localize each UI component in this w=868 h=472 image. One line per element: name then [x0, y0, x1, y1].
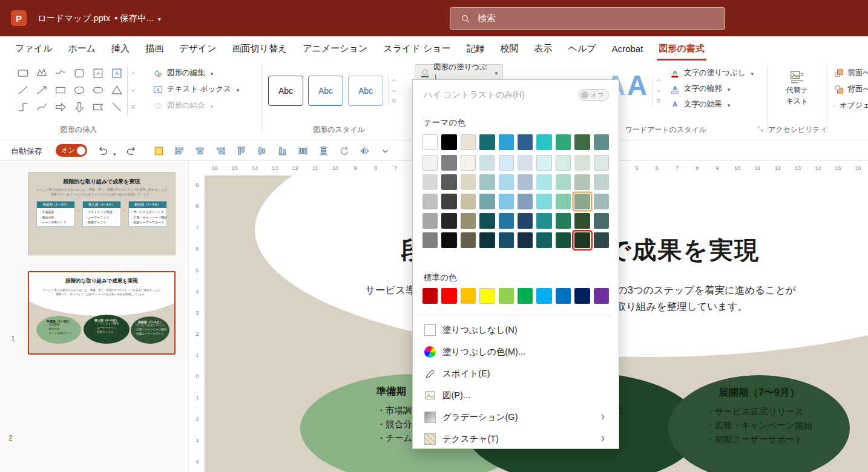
shape-style-sample-3[interactable]: Abc — [348, 76, 383, 106]
tab-描画[interactable]: 描画 — [137, 36, 171, 61]
undo-button[interactable] — [96, 143, 110, 158]
tab-アニメーション[interactable]: アニメーション — [295, 36, 375, 61]
tab-ホーム[interactable]: ホーム — [60, 36, 104, 61]
distribute-horizontal-icon[interactable] — [295, 143, 310, 158]
more-commands-icon[interactable] — [378, 143, 392, 158]
theme-color-variant-0-4[interactable] — [422, 232, 438, 248]
standard-color-1[interactable] — [441, 288, 456, 304]
shape-style-sample-2[interactable]: Abc — [308, 76, 343, 106]
align-center-icon[interactable] — [192, 143, 207, 158]
theme-color-variant-5-4[interactable] — [518, 232, 533, 248]
tab-校閲[interactable]: 校閲 — [493, 36, 527, 61]
theme-color-variant-1-4[interactable] — [441, 232, 456, 248]
tab-ヘルプ[interactable]: ヘルプ — [561, 36, 604, 61]
gallery-more-button[interactable] — [653, 96, 663, 106]
tab-挿入[interactable]: 挿入 — [104, 36, 137, 61]
theme-color-variant-0-2[interactable] — [422, 194, 438, 209]
gradient-menu-item[interactable]: グラデーション(G) — [416, 407, 615, 427]
standard-color-6[interactable] — [536, 288, 551, 304]
theme-color-variant-2-4[interactable] — [461, 232, 476, 248]
standard-color-8[interactable] — [574, 288, 590, 304]
banner-shape-icon[interactable] — [88, 99, 107, 116]
flip-horizontal-icon[interactable] — [357, 143, 372, 158]
theme-color-variant-3-4[interactable] — [479, 232, 495, 248]
rotate-icon[interactable] — [337, 143, 351, 158]
eyedropper-menu-item[interactable]: スポイト(E) — [416, 363, 615, 384]
theme-color-5[interactable] — [518, 134, 533, 150]
more-fill-colors-menu-item[interactable]: 塗りつぶしの色(M)... — [416, 341, 615, 362]
gallery-more-button[interactable] — [389, 96, 399, 106]
tab-記録[interactable]: 記録 — [459, 36, 493, 61]
theme-color-variant-1-2[interactable] — [441, 194, 456, 209]
freeform-shape-icon[interactable] — [32, 65, 51, 82]
theme-color-variant-1-0[interactable] — [441, 155, 456, 171]
gallery-scroll-up-button[interactable] — [128, 65, 138, 82]
text-effects-button[interactable]: A 文字の効果 — [669, 97, 730, 112]
theme-color-variant-7-2[interactable] — [556, 194, 571, 209]
align-bottom-icon[interactable] — [275, 143, 289, 158]
theme-color-variant-9-3[interactable] — [594, 213, 609, 229]
standard-color-5[interactable] — [518, 288, 533, 304]
standard-color-0[interactable] — [422, 288, 438, 304]
theme-color-variant-8-1[interactable] — [574, 174, 590, 190]
theme-color-variant-3-1[interactable] — [479, 174, 495, 190]
tab-表示[interactable]: 表示 — [527, 36, 561, 61]
theme-color-variant-8-3[interactable] — [574, 213, 590, 229]
alt-text-button[interactable]: 代替テ キスト — [777, 65, 818, 121]
tab-デザイン[interactable]: デザイン — [171, 36, 224, 61]
theme-color-variant-4-1[interactable] — [499, 174, 514, 190]
vertical-ruler[interactable]: 98765432101234 — [190, 174, 205, 472]
theme-color-variant-3-2[interactable] — [479, 194, 495, 209]
gallery-scroll-up-button[interactable] — [653, 76, 663, 86]
theme-color-variant-5-1[interactable] — [518, 174, 533, 190]
theme-color-variant-6-3[interactable] — [536, 213, 551, 229]
distribute-vertical-icon[interactable] — [316, 143, 330, 158]
bring-forward-button[interactable]: 前面へ — [834, 65, 868, 80]
standard-color-2[interactable] — [461, 288, 476, 304]
scribble-shape-icon[interactable] — [51, 65, 70, 82]
theme-color-variant-2-2[interactable] — [461, 194, 476, 209]
theme-color-variant-3-3[interactable] — [479, 213, 495, 229]
picture-fill-menu-item[interactable]: 図(P)... — [416, 385, 615, 405]
file-title[interactable]: ロードマップ.pptx • 保存中... — [38, 0, 161, 36]
standard-color-7[interactable] — [556, 288, 571, 304]
autosave-toggle[interactable]: オン — [56, 144, 87, 157]
theme-color-variant-9-2[interactable] — [594, 194, 609, 209]
search-box[interactable]: 検索 — [450, 7, 725, 30]
edit-shape-button[interactable]: 図形の編集 — [153, 65, 213, 80]
plaque-shape-icon[interactable] — [70, 65, 88, 82]
theme-color-variant-3-0[interactable] — [479, 155, 495, 171]
theme-color-variant-8-0[interactable] — [574, 155, 590, 171]
theme-color-variant-0-1[interactable] — [422, 174, 438, 190]
text-outline-button[interactable]: A 文字の輪郭 — [669, 81, 730, 96]
text-fill-button[interactable]: A 文字の塗りつぶし — [669, 65, 754, 80]
shape-fill-button[interactable]: 図形の塗りつぶし — [415, 64, 503, 80]
arrow-right-shape-icon[interactable] — [51, 99, 70, 116]
powerpoint-app-icon[interactable]: P — [11, 10, 27, 26]
gallery-scroll-up-button[interactable] — [389, 76, 399, 86]
theme-color-variant-8-4[interactable] — [574, 232, 590, 248]
gallery-scroll-down-button[interactable] — [389, 86, 399, 96]
theme-color-variant-6-0[interactable] — [536, 155, 551, 171]
phase-ellipse-3[interactable]: 展開期（7〜9月）・サービス正式リリース・広報・キャンペーン開始・初期ユーザーサ… — [668, 375, 850, 472]
theme-color-1[interactable] — [441, 134, 456, 150]
align-middle-icon[interactable] — [254, 143, 269, 158]
theme-color-variant-9-0[interactable] — [594, 155, 609, 171]
theme-color-variant-7-4[interactable] — [556, 232, 571, 248]
vertical-textbox-icon[interactable]: A — [88, 65, 107, 82]
theme-color-variant-4-0[interactable] — [499, 155, 514, 171]
theme-color-9[interactable] — [594, 134, 609, 150]
theme-color-3[interactable] — [479, 134, 495, 150]
theme-color-0[interactable] — [422, 134, 438, 150]
theme-color-4[interactable] — [499, 134, 514, 150]
no-fill-menu-item[interactable]: 塗りつぶしなし(N) — [416, 320, 615, 340]
standard-color-4[interactable] — [499, 288, 514, 304]
theme-color-variant-4-4[interactable] — [499, 232, 514, 248]
fill-color-icon[interactable] — [151, 143, 166, 158]
slide-1-thumbnail[interactable]: 段階的な取り組みで成果を実現 サービス導入を成功させるためには、準備・導入・展開… — [28, 172, 176, 255]
standard-color-9[interactable] — [594, 288, 609, 304]
theme-color-variant-9-1[interactable] — [594, 174, 609, 190]
triangle-shape-icon[interactable] — [107, 82, 126, 99]
tab-Acrobat[interactable]: Acrobat — [604, 36, 651, 61]
theme-color-variant-5-0[interactable] — [518, 155, 533, 171]
